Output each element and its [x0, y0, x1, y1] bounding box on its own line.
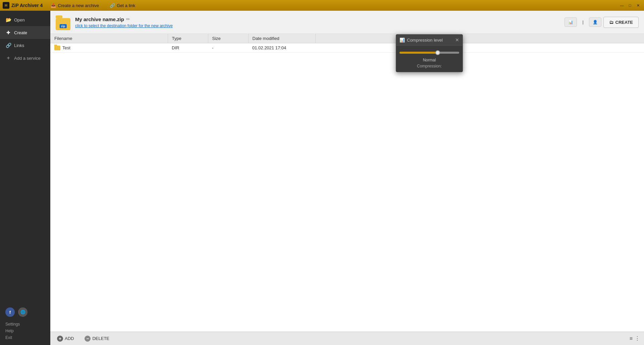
col-date[interactable]: Date modified — [248, 34, 315, 43]
filename-text: Test — [62, 45, 70, 50]
folder-tab — [56, 15, 62, 18]
compression-close-button[interactable]: ✕ — [455, 37, 459, 43]
list-view-icon[interactable]: ≡ — [630, 336, 633, 342]
compression-panel-header: 📊 Compression level ✕ — [396, 35, 463, 46]
compression-bar-icon: 📊 — [399, 38, 405, 43]
col-size[interactable]: Size — [208, 34, 248, 43]
archive-icon: zip — [56, 14, 72, 30]
compression-level-label: Normal — [399, 58, 459, 62]
app-logo: H — [3, 2, 9, 9]
compression-label: Compression: — [399, 64, 459, 68]
compression-panel-body: Normal Compression: — [396, 46, 463, 72]
bottom-toolbar: + ADD − DELETE ≡ ⋮ — [50, 332, 644, 345]
links-icon: 🔗 — [5, 42, 11, 48]
header-actions: 📊 | 👤 🗂 CREATE — [565, 17, 639, 28]
delete-button[interactable]: − DELETE — [82, 334, 112, 343]
cell-extra — [315, 43, 644, 53]
create-btn-icon: 🗂 — [609, 20, 613, 25]
maximize-button[interactable]: □ — [627, 2, 633, 9]
right-panel: zip My archive name.zip ✏ click to selec… — [50, 11, 644, 345]
folder-icon-small — [54, 46, 60, 50]
facebook-icon[interactable]: f — [5, 307, 15, 317]
settings-link[interactable]: Settings — [5, 321, 45, 328]
compression-title-row: 📊 Compression level — [399, 38, 443, 43]
title-bar: H ZiP Archiver 4 📤 Create a new archive … — [0, 0, 644, 11]
exit-link[interactable]: Exit — [5, 334, 45, 341]
archive-info: zip My archive name.zip ✏ click to selec… — [56, 14, 173, 30]
create-btn-label: CREATE — [615, 20, 633, 25]
minimize-button[interactable]: — — [619, 2, 625, 9]
main-content: 📂 Open ✚ Create 🔗 Links + Add a service … — [0, 11, 644, 345]
close-button[interactable]: ✕ — [635, 2, 641, 9]
add-service-label: Add a service — [14, 56, 41, 61]
compression-panel-title: Compression level — [407, 38, 443, 43]
create-button[interactable]: 🗂 CREATE — [603, 17, 639, 28]
edit-archive-name-icon[interactable]: ✏ — [126, 16, 130, 22]
add-circle-icon: + — [57, 336, 63, 342]
table-header-row: Filename Type Size Date modified — [50, 34, 644, 43]
archive-name: My archive name.zip — [75, 16, 124, 22]
cell-type: DIR — [168, 43, 208, 53]
cell-size: - — [208, 43, 248, 53]
file-table-container: Filename Type Size Date modified Test — [50, 34, 644, 332]
sidebar-create-label: Create — [14, 30, 27, 35]
sidebar-item-add-service[interactable]: + Add a service — [0, 52, 50, 64]
col-extra — [315, 34, 644, 43]
get-link-nav[interactable]: 🔗 Get a link — [107, 2, 138, 9]
social-icons: f 🌐 — [5, 307, 45, 317]
window-controls: — □ ✕ — [619, 2, 641, 9]
grid-view-icon[interactable]: ⋮ — [635, 335, 640, 342]
app-title: H ZiP Archiver 4 — [3, 2, 43, 9]
bottom-right-icons: ≡ ⋮ — [630, 335, 640, 342]
get-link-icon: 🔗 — [110, 3, 115, 8]
create-archive-icon: 📤 — [51, 3, 56, 8]
sidebar-item-open[interactable]: 📂 Open — [0, 13, 50, 26]
archive-header: zip My archive name.zip ✏ click to selec… — [50, 11, 644, 34]
folder-bg: zip — [56, 18, 70, 30]
sidebar-item-create[interactable]: ✚ Create — [0, 26, 50, 39]
app-name: ZiP Archiver 4 — [11, 3, 43, 8]
file-icon-cell: Test — [54, 45, 164, 50]
archive-title-area: My archive name.zip ✏ click to select th… — [75, 16, 173, 28]
help-link[interactable]: Help — [5, 328, 45, 334]
create-archive-nav[interactable]: 📤 Create a new archive — [48, 2, 102, 9]
title-bar-left: H ZiP Archiver 4 📤 Create a new archive … — [3, 2, 138, 9]
add-service-icon: + — [5, 55, 11, 61]
app-logo-text: H — [5, 3, 7, 7]
app-version-text: 4 — [40, 3, 43, 8]
compression-panel: 📊 Compression level ✕ Normal Compression… — [396, 34, 463, 72]
delete-circle-icon: − — [85, 336, 91, 342]
open-icon: 📂 — [5, 17, 11, 23]
cell-date: 01.02.2021 17:04 — [248, 43, 315, 53]
stats-icon: 📊 — [568, 20, 573, 24]
file-table: Filename Type Size Date modified Test — [50, 34, 644, 53]
sidebar-links-label: Links — [14, 43, 24, 48]
get-link-label: Get a link — [117, 3, 135, 8]
create-icon: ✚ — [5, 30, 11, 36]
web-icon[interactable]: 🌐 — [18, 307, 28, 317]
separator: | — [579, 18, 587, 27]
account-button[interactable]: 👤 — [589, 17, 601, 27]
table-row[interactable]: Test DIR - 01.02.2021 17:04 — [50, 43, 644, 53]
compression-slider-container — [399, 49, 459, 55]
delete-label: DELETE — [92, 336, 109, 341]
account-icon: 👤 — [593, 20, 598, 24]
archive-destination-path[interactable]: click to select the destination folder f… — [75, 23, 173, 28]
add-button[interactable]: + ADD — [54, 334, 76, 343]
app-name-text: ZiP Archiver — [11, 3, 39, 8]
add-label: ADD — [65, 336, 74, 341]
col-filename[interactable]: Filename — [50, 34, 168, 43]
compression-slider[interactable] — [399, 52, 459, 54]
sidebar-open-label: Open — [14, 17, 25, 22]
zip-label: zip — [60, 24, 67, 28]
sidebar-item-links[interactable]: 🔗 Links — [0, 39, 50, 52]
archive-name-row: My archive name.zip ✏ — [75, 16, 173, 22]
cell-filename: Test — [50, 43, 168, 53]
sidebar: 📂 Open ✚ Create 🔗 Links + Add a service … — [0, 11, 50, 345]
stats-button[interactable]: 📊 — [565, 17, 577, 27]
create-archive-label: Create a new archive — [58, 3, 99, 8]
sidebar-bottom: f 🌐 Settings Help Exit — [0, 303, 50, 345]
col-type[interactable]: Type — [168, 34, 208, 43]
